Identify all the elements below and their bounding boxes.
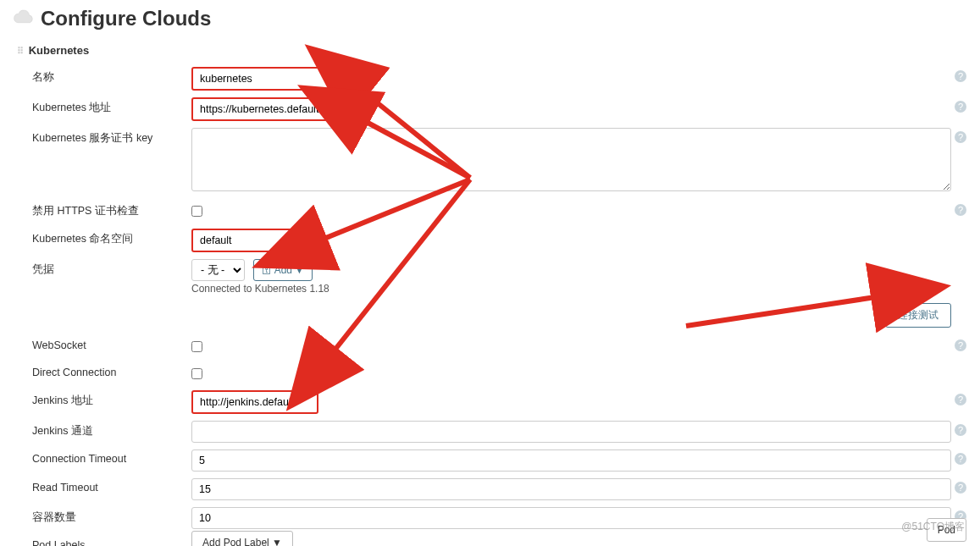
label-websocket: WebSocket xyxy=(17,334,191,356)
credentials-select[interactable]: - 无 - xyxy=(191,259,245,281)
label-kube-url: Kubernetes 地址 xyxy=(17,96,191,120)
page-title: Configure Clouds xyxy=(41,7,211,30)
section-kubernetes-title: ⠿ Kubernetes xyxy=(17,44,980,57)
connection-timeout-input[interactable] xyxy=(191,449,951,472)
test-connection-button[interactable]: 连接测试 xyxy=(885,303,951,328)
label-credentials: 凭据 xyxy=(17,257,191,282)
name-input[interactable] xyxy=(191,67,352,91)
connection-status-text: Connected to Kubernetes 1.18 xyxy=(191,283,951,295)
label-pod-labels: Pod Labels xyxy=(17,534,191,546)
label-namespace: Kubernetes 命名空间 xyxy=(17,227,191,251)
help-icon[interactable]: ? xyxy=(955,101,966,113)
jenkins-tunnel-input[interactable] xyxy=(191,421,951,443)
cloud-icon xyxy=(10,8,36,29)
label-direct-connection: Direct Connection xyxy=(17,361,191,383)
drag-handle-icon[interactable]: ⠿ xyxy=(17,46,23,57)
help-icon[interactable]: ? xyxy=(955,70,966,82)
label-read-timeout: Read Timeout xyxy=(17,477,191,499)
namespace-input[interactable] xyxy=(191,229,302,252)
disable-https-checkbox[interactable] xyxy=(191,206,202,217)
label-cert-key: Kubernetes 服务证书 key xyxy=(17,126,191,151)
key-icon: ⚿ xyxy=(263,266,271,275)
help-icon[interactable]: ? xyxy=(955,204,966,216)
help-icon[interactable]: ? xyxy=(955,339,966,351)
help-icon[interactable]: ? xyxy=(955,482,966,494)
page-header: Configure Clouds xyxy=(0,0,980,39)
label-name: 名称 xyxy=(17,65,191,90)
container-cap-input[interactable] xyxy=(191,507,951,529)
add-pod-label-button[interactable]: Add Pod Label ▼ xyxy=(191,531,293,546)
help-icon[interactable]: ? xyxy=(955,453,966,465)
help-icon[interactable]: ? xyxy=(955,424,966,436)
label-connection-timeout: Connection Timeout xyxy=(17,448,191,470)
cert-key-textarea[interactable] xyxy=(191,128,951,191)
help-icon[interactable]: ? xyxy=(955,394,966,405)
direct-connection-checkbox[interactable] xyxy=(191,368,202,379)
add-credentials-button[interactable]: ⚿Add▼ xyxy=(253,259,313,281)
websocket-checkbox[interactable] xyxy=(191,341,202,352)
kube-url-input[interactable] xyxy=(191,97,352,121)
read-timeout-input[interactable] xyxy=(191,478,951,500)
watermark-text: @51CTO博客 xyxy=(901,520,965,534)
label-disable-https: 禁用 HTTPS 证书检查 xyxy=(17,199,191,223)
jenkins-url-input[interactable] xyxy=(191,390,318,414)
help-icon[interactable]: ? xyxy=(955,131,966,143)
label-jenkins-tunnel: Jenkins 通道 xyxy=(17,419,191,444)
label-container-cap: 容器数量 xyxy=(17,505,191,530)
label-jenkins-url: Jenkins 地址 xyxy=(17,389,191,413)
